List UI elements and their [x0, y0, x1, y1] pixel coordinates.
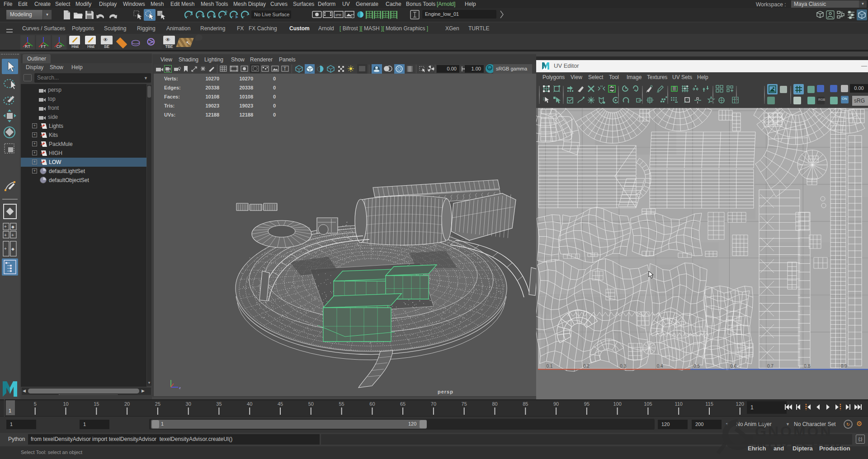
svg-text:60: 60 [369, 401, 375, 407]
svg-text:100: 100 [613, 401, 621, 407]
svg-text:+: + [4, 224, 7, 229]
svg-text:IPR: IPR [335, 13, 342, 17]
svg-text:120: 120 [736, 401, 744, 407]
svg-text:35: 35 [216, 401, 222, 407]
svg-text:55: 55 [339, 401, 344, 407]
svg-text:85: 85 [523, 401, 528, 407]
svg-text:50: 50 [308, 401, 314, 407]
svg-text:15: 15 [94, 401, 99, 407]
svg-text:GNOMON: GNOMON [755, 423, 833, 440]
svg-text:0.6: 0.6 [731, 364, 737, 369]
svg-text:+: + [11, 233, 14, 238]
svg-text:20: 20 [124, 401, 130, 407]
svg-text:0.7: 0.7 [767, 364, 774, 369]
svg-text:0.1: 0.1 [547, 364, 553, 369]
svg-text:95: 95 [584, 401, 590, 407]
svg-text:45: 45 [278, 401, 283, 407]
svg-text:+: + [4, 233, 7, 238]
svg-text:65: 65 [400, 401, 406, 407]
svg-text:25: 25 [155, 401, 160, 407]
svg-text:110: 110 [675, 401, 683, 407]
svg-text:30: 30 [186, 401, 191, 407]
svg-text:0.5: 0.5 [693, 364, 700, 369]
svg-text:5: 5 [34, 401, 37, 407]
svg-text:40: 40 [247, 401, 252, 407]
svg-text:z: z [179, 386, 181, 390]
svg-text:80: 80 [492, 401, 497, 407]
svg-text:70: 70 [431, 401, 436, 407]
svg-text:105: 105 [644, 401, 652, 407]
svg-text:0.9: 0.9 [841, 364, 847, 369]
svg-text:+: + [4, 246, 7, 251]
svg-text:◆: ◆ [11, 225, 14, 229]
svg-text:0.2: 0.2 [583, 364, 590, 369]
svg-text:115: 115 [705, 401, 713, 407]
svg-text:T: T [283, 66, 286, 71]
svg-text:90: 90 [553, 401, 559, 407]
svg-text:◆: ◆ [11, 247, 14, 251]
svg-text:0.8: 0.8 [804, 364, 810, 369]
svg-text:10: 10 [63, 401, 68, 407]
svg-text:0.4: 0.4 [657, 364, 663, 369]
svg-text:75: 75 [462, 401, 467, 407]
svg-text:0.3: 0.3 [620, 364, 626, 369]
